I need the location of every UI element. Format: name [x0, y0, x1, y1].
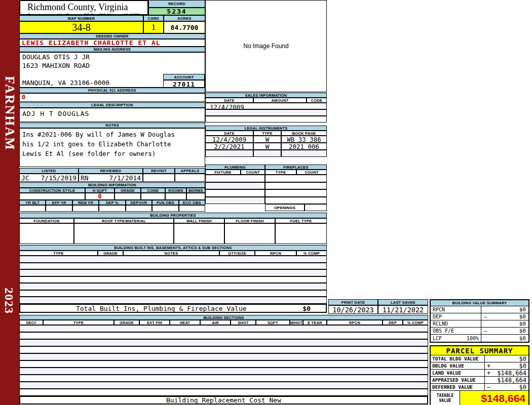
grade-value — [115, 193, 141, 200]
bvs-row-rclnd: RCLND $0 — [431, 320, 528, 328]
building-section-row — [19, 360, 428, 368]
review-table: LISTED REVIEWED REVISIT APPEALS JC 7/15/… — [19, 168, 205, 182]
bvs-dep-label: DEP — [433, 314, 442, 319]
print-date-value: 10/26/2023 — [328, 305, 378, 314]
building-section-row — [19, 382, 428, 389]
foundation-value — [19, 223, 74, 244]
instrument-type-label: TYPE — [253, 131, 281, 136]
builtin-rpcn-label: RPCN — [255, 251, 296, 256]
mailing-address-box: DOUGLAS OTIS J JR 1623 MAHIXON ROAD MANQ… — [19, 52, 205, 88]
map-value-row: 34-8 1 84.7700 — [19, 21, 205, 33]
ps-appraised-value: $148,664 — [497, 377, 526, 384]
fireplaces-table: FIREPLACES TYPE COUNT OPENINGS — [265, 165, 327, 211]
ps-land-value: $148,664 — [497, 370, 526, 377]
sec-rpcn-label: RPCN — [327, 320, 383, 325]
revisit-value — [143, 174, 175, 182]
cond-label: COND — [141, 188, 165, 193]
floor-finish-label: FLOOR FINISH — [224, 218, 275, 223]
fuel-type-value — [275, 223, 327, 244]
sec-grade-label: GRADE — [114, 320, 139, 325]
bvs-rclnd-value: $0 — [519, 320, 526, 327]
bvs-dep-value: $0 — [519, 313, 526, 320]
mailing-address-label: MAILING ADDRESS — [19, 47, 205, 52]
listed-label: LISTED — [19, 168, 79, 174]
reviewed-value: RN 7/1/2014 — [79, 174, 143, 182]
built-in-row — [19, 276, 327, 284]
building-value-summary-title: BUILDING VALUE SUMMARY — [431, 300, 528, 306]
plumbing-title: PLUMBING — [205, 165, 265, 170]
cond-value — [141, 193, 165, 200]
fireplace-row — [265, 182, 327, 190]
ps-appraised-label: APPRAISED VALUE — [431, 377, 485, 383]
bvs-dep-op: – — [484, 313, 487, 320]
building-sections-title: BUILDING SECTIONS — [19, 315, 428, 320]
instrument-type: W — [253, 143, 281, 150]
openings-label: OPENINGS — [265, 204, 305, 211]
sec-comp-label: % COMP — [403, 320, 428, 325]
listed-value: JC 7/15/2019 — [19, 174, 79, 182]
bvs-row-dep: DEP –$0 — [431, 313, 528, 320]
mailing-line-1: DOUGLAS OTIS J JR — [20, 53, 205, 61]
building-section-row — [19, 325, 428, 332]
fixture-label: FIXTURE — [205, 170, 241, 175]
building-information-title: BUILDING INFORMATION — [19, 182, 205, 188]
bvs-lcf-label: LCF — [433, 336, 442, 341]
bdrms-value — [186, 193, 205, 200]
plumbing-row — [205, 189, 265, 197]
instrument-type: W — [253, 136, 281, 143]
built-ins-total-label: Total Built Ins, Plumbing & Fireplace Va… — [76, 305, 247, 312]
ps-row-taxable: TAXABLE VALUE $148,664 — [431, 391, 528, 405]
rooms-label: ROOMS — [165, 188, 186, 193]
instrument-date-label: DATE — [205, 131, 253, 136]
instrument-date: 12/4/2009 — [205, 136, 253, 143]
ps-deferred-label: DEFERRED VALUE — [431, 384, 485, 390]
builtin-comp-label: % COMP — [296, 251, 327, 256]
bvs-row-lcf: LCF100% $0 — [431, 335, 528, 342]
property-photo-placeholder: No Image Found — [205, 0, 327, 92]
card-label: CARD — [143, 15, 164, 21]
parcel-summary-title: PARCEL SUMMARY — [431, 346, 528, 355]
ps-total-bldg-value: $0 — [519, 355, 526, 362]
building-info-header-row-2: YR BLT EFF YR REM YR DEP % DEPOVR FUN OB… — [19, 200, 205, 205]
bvs-row-rpcn: RPCN $0 — [431, 306, 528, 313]
sec-type-label: TYPE — [43, 320, 114, 325]
bvs-obsfe-label: OBS F/E — [433, 328, 454, 334]
sales-row — [205, 116, 327, 123]
yrblt-value — [19, 205, 46, 212]
bdrms-label: BDRMS — [186, 188, 205, 193]
map-number-label: MAP NUMBER — [19, 15, 143, 21]
ps-row-deferred: DEFERRED VALUE –$0 — [431, 384, 528, 391]
taxable-value-amount: $148,664 — [460, 391, 528, 405]
ps-land-label: LAND VALUE — [431, 370, 485, 376]
sales-rows: 12/4/2009 — [205, 103, 327, 123]
appeals-value — [175, 174, 205, 182]
sec-sqft-label: SQFT — [256, 320, 290, 325]
bvs-lcf-pct: 100% — [467, 336, 479, 341]
fuel-type-label: FUEL TYPE — [275, 218, 327, 223]
record-box: RECORD 5234 — [148, 0, 205, 15]
built-in-row — [19, 290, 327, 297]
sec-dep-label: DEP — [383, 320, 403, 325]
county-title: Richmond County, Virginia — [20, 1, 147, 13]
mailing-line-2: 1623 MAHIXON ROAD — [20, 61, 205, 70]
grade-label: GRADE — [115, 188, 141, 193]
ps-total-bldg-label: TOTAL BLDG VALUE — [431, 355, 485, 362]
legal-description-value: ADJ H T DOUGLAS — [19, 108, 205, 122]
ps-row-obldg: OBLDG VALUE +$0 — [431, 362, 528, 370]
print-date-label: PRINT DATE — [328, 299, 378, 305]
roof-type-label: ROOF TYPE/MATERIAL — [74, 218, 174, 223]
fireplace-row — [265, 197, 327, 205]
built-ins-header-row: TYPE GRADE NOTES QTY/SIZE RPCN % COMP — [19, 251, 327, 256]
reviewed-date: 7/1/2014 — [109, 174, 141, 182]
sec-num-label: SEC# — [19, 320, 43, 325]
building-value-summary: BUILDING VALUE SUMMARY RPCN $0 DEP –$0 R… — [430, 299, 529, 343]
sales-row — [205, 109, 327, 116]
reviewed-by: RN — [81, 174, 89, 182]
instrument-date: 2/2/2021 — [205, 143, 253, 150]
tax-year-label: 2023 — [2, 288, 16, 314]
building-section-row — [19, 346, 428, 353]
bvs-rpcn-label: RPCN — [433, 307, 445, 312]
builtin-qty-label: QTY/SIZE — [219, 251, 255, 256]
notes-line-3: Lewis Et Al (see folder for owners) — [22, 149, 205, 158]
building-replacement-footer: Building Replacement Cost New — [19, 396, 428, 404]
